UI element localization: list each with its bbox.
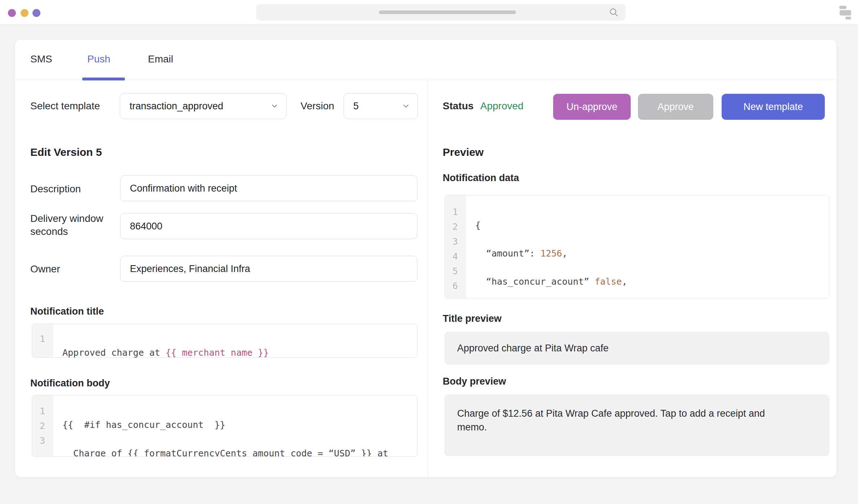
- edit-version-heading: Edit Version 5: [30, 146, 102, 158]
- delivery-window-label: Delivery window seconds: [30, 212, 113, 238]
- version-select-value: 5: [344, 101, 402, 112]
- title-preview-box: Approved charge at Pita Wrap cafe: [445, 332, 829, 364]
- window-control-dot-3[interactable]: [32, 9, 40, 17]
- preview-heading: Preview: [443, 146, 483, 158]
- search-input[interactable]: [256, 4, 626, 21]
- tab-sms[interactable]: SMS: [30, 53, 52, 65]
- window-control-dot-1[interactable]: [8, 9, 16, 17]
- notification-title-heading: Notification title: [30, 306, 104, 317]
- tab-push[interactable]: Push: [87, 53, 110, 65]
- title-preview-heading: Title preview: [443, 313, 502, 324]
- active-tab-underline: [82, 78, 125, 80]
- description-input[interactable]: Confirmation with receipt: [120, 175, 417, 201]
- body-code: {{ #if has_concur_account }} Charge of {…: [53, 395, 417, 456]
- template-select[interactable]: transaction_approved: [120, 93, 286, 119]
- notification-data-heading: Notification data: [443, 172, 519, 184]
- notification-data-code: { “amount”: 1256, “has_concur_acount” fa…: [466, 196, 829, 298]
- delivery-window-input[interactable]: 864000: [120, 213, 417, 239]
- body-preview-value: Charge of $12.56 at Pita Wrap Cafe appro…: [445, 395, 780, 434]
- notification-data-editor[interactable]: 1 2 3 4 5 6 { “amount”: 1256, “has_concu…: [445, 195, 829, 298]
- template-editor-card: SMS Push Email Select template transacti…: [15, 40, 836, 477]
- version-label: Version: [301, 100, 334, 112]
- notification-body-editor[interactable]: 1 2 3 {{ #if has_concur_account }} Charg…: [32, 395, 417, 457]
- description-label: Description: [30, 183, 81, 195]
- owner-label: Owner: [30, 263, 60, 275]
- delivery-window-value: 864000: [121, 221, 162, 232]
- version-select[interactable]: 5: [343, 93, 418, 119]
- title-code: Approved charge at {{ merchant_name }}: [53, 324, 417, 358]
- chevron-down-icon: [270, 102, 286, 110]
- search-icon: [608, 7, 619, 19]
- status-label: Status: [443, 100, 474, 111]
- window-control-dot-2[interactable]: [21, 9, 29, 17]
- owner-value: Experiences, Financial Infra: [121, 263, 250, 275]
- line-number-gutter: 1 2 3: [32, 395, 53, 456]
- search-placeholder-redaction: [379, 10, 516, 14]
- template-select-value: transaction_approved: [120, 101, 270, 112]
- new-template-button[interactable]: New template: [722, 94, 825, 120]
- chevron-down-icon: [402, 102, 417, 110]
- line-number-gutter: 1: [32, 324, 53, 358]
- line-number-gutter: 1 2 3 4 5 6: [445, 196, 466, 298]
- title-preview-value: Approved charge at Pita Wrap cafe: [445, 343, 609, 354]
- notification-body-heading: Notification body: [30, 378, 110, 389]
- body-preview-heading: Body preview: [443, 376, 506, 387]
- unapprove-button[interactable]: Un-approve: [553, 94, 631, 120]
- stacked-bars-icon[interactable]: [839, 6, 852, 19]
- description-value: Confirmation with receipt: [121, 183, 237, 194]
- status-value: Approved: [480, 100, 524, 111]
- owner-input[interactable]: Experiences, Financial Infra: [120, 256, 417, 282]
- window-titlebar: [0, 0, 858, 25]
- select-template-label: Select template: [30, 100, 100, 112]
- channel-tabs: SMS Push Email: [15, 40, 836, 80]
- tab-email[interactable]: Email: [148, 53, 173, 65]
- body-preview-box: Charge of $12.56 at Pita Wrap Cafe appro…: [445, 395, 829, 456]
- approve-button[interactable]: Approve: [638, 94, 713, 120]
- notification-title-editor[interactable]: 1 Approved charge at {{ merchant_name }}: [32, 324, 417, 358]
- panel-divider: [427, 80, 428, 477]
